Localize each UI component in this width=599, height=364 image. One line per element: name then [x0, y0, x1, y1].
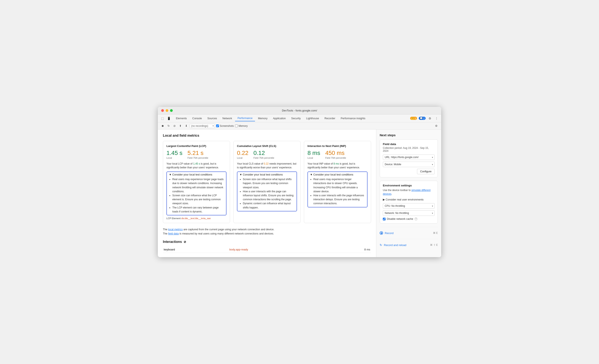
tab-console[interactable]: Console: [190, 116, 204, 121]
disable-cache-row[interactable]: Disable network cache ?: [383, 217, 435, 220]
reload-icon: ↻: [380, 243, 382, 247]
memory-checkbox-label[interactable]: Memory: [235, 124, 248, 127]
tab-performance[interactable]: Performance: [235, 115, 255, 121]
lcp-description: Your local LCP value of 1.45 s is good, …: [167, 162, 227, 169]
lcp-field: 5.21 s Field 75th percentile: [187, 150, 208, 159]
inp-consider-box[interactable]: ▼ Consider your local test conditions Re…: [308, 171, 368, 207]
lcp-local-value: 1.45 s: [167, 150, 182, 156]
table-row: keyboard body.app-ready 8 ms: [163, 246, 371, 253]
tab-application[interactable]: Application: [270, 116, 288, 121]
screenshots-checkbox-label[interactable]: Screenshots: [216, 124, 234, 127]
cls-card: Cumulative Layout Shift (CLS) 0.22 Local…: [233, 141, 300, 223]
download-button[interactable]: ⬇: [184, 124, 188, 128]
url-select[interactable]: URL: https://fonts.google.com/: [383, 154, 435, 160]
lcp-consider-title[interactable]: ▼ Consider your local test conditions: [169, 173, 224, 176]
inp-local-label: Local: [308, 156, 320, 159]
cpu-select[interactable]: CPU: No throttling: [383, 203, 435, 209]
settings-toolbar-icon[interactable]: ⚙: [434, 124, 439, 128]
inp-consider-list: Real users may experience longer interac…: [310, 178, 365, 205]
configure-button[interactable]: Configure: [417, 169, 435, 174]
inspect-icon[interactable]: ⬚: [160, 116, 165, 121]
minimize-button[interactable]: [166, 109, 168, 112]
cpu-select-wrapper[interactable]: CPU: No throttling: [383, 203, 435, 209]
record-reload-row[interactable]: ↻ Record and reload ⌘ ⇧ E: [380, 242, 438, 248]
tab-lighthouse[interactable]: Lighthouse: [304, 116, 322, 121]
lcp-values: 1.45 s Local 5.21 s Field 75th percentil…: [167, 150, 227, 159]
cls-field: 0.12 Field 75th percentile: [254, 150, 274, 159]
cls-consider-box[interactable]: ▼ Consider your local test conditions Sc…: [237, 171, 297, 211]
field-data-link[interactable]: field data: [168, 232, 179, 235]
network-select-wrapper[interactable]: Network: No throttling: [383, 210, 435, 216]
device-select[interactable]: Device: Mobile: [383, 162, 435, 167]
interaction-selector[interactable]: body.app-ready: [229, 248, 248, 251]
refresh-button[interactable]: ↻: [166, 124, 171, 128]
list-item: Real users may experience longer interac…: [313, 178, 365, 194]
maximize-button[interactable]: [170, 109, 173, 112]
recordings-select-wrapper[interactable]: (no recordings): [190, 124, 215, 128]
clear-button[interactable]: ⊘: [172, 124, 177, 128]
close-button[interactable]: [161, 109, 164, 112]
memory-checkbox[interactable]: [235, 124, 238, 127]
tab-performance-insights[interactable]: Performance insights: [338, 116, 368, 121]
devtools-window: DevTools - fonts.google.com/ ⬚ 📱 Element…: [158, 107, 441, 257]
lcp-local-label: Local: [167, 156, 182, 159]
tab-elements[interactable]: Elements: [173, 116, 189, 121]
cls-title: Cumulative Layout Shift (CLS): [237, 144, 297, 148]
cls-consider-list: Screen size can influence what layout sh…: [239, 178, 294, 210]
record-reload-label: ↻ Record and reload: [380, 243, 406, 247]
list-item: Screen size can influence what layout sh…: [243, 178, 294, 190]
local-metrics-link[interactable]: local metrics: [168, 228, 183, 231]
right-icons: ⚠️ 1 💬 2 ⚙ ⋮: [410, 116, 439, 121]
record-row[interactable]: Record ⌘ E: [380, 230, 438, 236]
window-title: DevTools - fonts.google.com/: [282, 109, 317, 112]
settings-icon[interactable]: ⚙: [427, 116, 432, 121]
cls-description: Your local CLS value of 0.22 needs impro…: [237, 162, 297, 169]
tab-recorder[interactable]: Recorder: [322, 116, 338, 121]
tab-sources[interactable]: Sources: [205, 116, 220, 121]
field-data-subtitle: Collection period: Aug 19, 2024 - Sep 15…: [383, 147, 435, 152]
recordings-select[interactable]: (no recordings): [190, 124, 215, 128]
lcp-element: LCP Element div.tile__text.tile__inria_s…: [167, 217, 227, 220]
env-title: Environment settings: [383, 184, 435, 187]
tab-network[interactable]: Network: [220, 116, 235, 121]
lcp-consider-box[interactable]: ▼ Consider your local test conditions Re…: [167, 171, 227, 215]
interactions-icon: ⊘: [184, 240, 186, 243]
record-inner-circle: [381, 232, 382, 234]
more-icon[interactable]: ⋮: [434, 116, 439, 121]
lcp-field-value: 5.21 s: [187, 150, 208, 156]
cls-field-label: Field 75th percentile: [254, 156, 274, 159]
record-button[interactable]: ⏺: [160, 124, 165, 128]
tab-memory[interactable]: Memory: [255, 116, 270, 121]
inp-card: Interaction to Next Paint (INP) 8 ms Loc…: [304, 141, 371, 223]
network-select[interactable]: Network: No throttling: [383, 210, 435, 216]
tabbar: ⬚ 📱 Elements Console Sources Network Per…: [158, 115, 441, 122]
cls-values: 0.22 Local 0.12 Field 75th percentile: [237, 150, 297, 159]
record-label: Record: [380, 231, 394, 235]
lcp-field-label: Field 75th percentile: [187, 156, 208, 159]
device-select-wrapper[interactable]: Device: Mobile: [383, 162, 435, 167]
footer-note: The local metrics are captured from the …: [163, 227, 371, 236]
interactions-title: Interactions ⊘: [163, 240, 371, 244]
screenshots-checkbox[interactable]: [216, 124, 219, 127]
inp-field-label: Field 75th percentile: [325, 156, 346, 159]
record-circle-icon: [380, 231, 383, 235]
content-area: Local and field metrics Largest Contentf…: [158, 130, 376, 257]
record-reload-shortcut: ⌘ ⇧ E: [430, 243, 438, 247]
inp-consider-title[interactable]: ▼ Consider your local test conditions: [310, 173, 365, 176]
upload-button[interactable]: ⬆: [178, 124, 183, 128]
device-icon[interactable]: 📱: [166, 116, 171, 121]
disable-cache-checkbox[interactable]: [383, 218, 386, 220]
cls-consider-title[interactable]: ▼ Consider your local test conditions: [239, 173, 294, 176]
divider-2: [380, 239, 438, 239]
url-select-wrapper[interactable]: URL: https://fonts.google.com/: [383, 154, 435, 160]
warning-badge: ⚠️ 1: [410, 117, 417, 120]
tab-security[interactable]: Security: [289, 116, 303, 121]
consider-real-btn[interactable]: ▶ Consider real user environments: [383, 198, 435, 201]
interaction-value: 8 ms: [333, 246, 371, 253]
help-icon[interactable]: ?: [414, 217, 417, 220]
tab-icons: ⬚ 📱: [160, 116, 171, 121]
cls-local: 0.22 Local: [237, 150, 248, 159]
cls-local-value: 0.22: [237, 150, 248, 156]
list-item: How a user interacts with the page influ…: [313, 194, 365, 206]
section-title: Local and field metrics: [163, 134, 371, 137]
